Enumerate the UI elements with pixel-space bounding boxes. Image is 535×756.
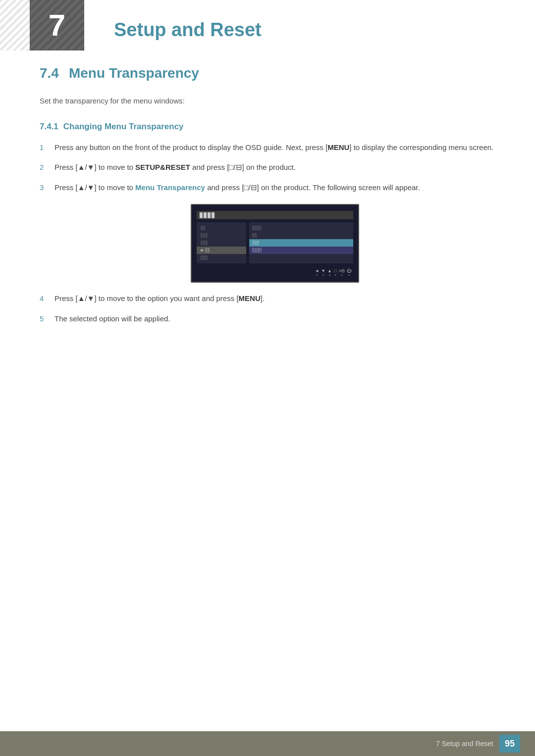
btn-label-enter: ▼ xyxy=(334,274,337,277)
chapter-number-block: 7 xyxy=(30,0,84,50)
step-text-2: Press [▲/▼] to move to SETUP&RESET and p… xyxy=(54,161,296,174)
step-item-5: 5 The selected option will be applied. xyxy=(40,313,495,325)
osd-right-item-highlight-2: ░░░░ xyxy=(249,247,353,254)
arrow-up-icon: ▲ xyxy=(327,268,332,273)
step-text-3: Press [▲/▼] to move to Menu Transparency… xyxy=(54,182,420,194)
section-title: Menu Transparency xyxy=(69,65,199,81)
step-item-1: 1 Press any button on the front of the p… xyxy=(40,142,495,154)
osd-right-item-highlight-1: ░░░ xyxy=(249,239,353,247)
subsection-title: Changing Menu Transparency xyxy=(63,122,184,131)
steps-list-continued: 4 Press [▲/▼] to move to the option you … xyxy=(40,293,495,325)
osd-right-item-2: ░░ xyxy=(249,232,353,239)
osd-btn-up: ▲ ▼ xyxy=(327,268,332,277)
chapter-title: Setup and Reset xyxy=(99,9,262,42)
step-number-1: 1 xyxy=(40,142,54,153)
page-number: 95 xyxy=(499,735,520,753)
step-number-5: 5 xyxy=(40,313,54,325)
step-text-4: Press [▲/▼] to move to the option you wa… xyxy=(54,293,265,305)
section-heading: 7.4Menu Transparency xyxy=(40,65,495,85)
main-content: 7.4Menu Transparency Set the transparenc… xyxy=(0,50,535,373)
step-number-4: 4 xyxy=(40,293,54,304)
btn-label-ab: ▼ xyxy=(340,274,343,277)
step-item-4: 4 Press [▲/▼] to move to the option you … xyxy=(40,293,495,305)
arrow-down-icon: ▼ xyxy=(321,268,325,273)
power-icon: ⏻ xyxy=(347,268,351,273)
osd-right-panel: ░░░░ ░░ ░░░ ░░░░ xyxy=(249,222,353,263)
steps-list: 1 Press any button on the front of the p… xyxy=(40,142,495,194)
osd-menu-item-1: ░░ xyxy=(197,224,246,232)
step-text-5: The selected option will be applied. xyxy=(54,313,170,325)
subsection-heading: 7.4.1Changing Menu Transparency xyxy=(40,122,495,132)
osd-menu-item-2: ░░░ xyxy=(197,232,246,239)
osd-title-bar: ████ xyxy=(197,211,353,219)
step-item-3: 3 Press [▲/▼] to move to Menu Transparen… xyxy=(40,182,495,194)
osd-menu-item-4-active: ⚙ ░░ xyxy=(197,247,246,254)
step-number-2: 2 xyxy=(40,161,54,173)
keyword-setup-reset: SETUP&RESET xyxy=(135,163,190,171)
osd-right-item-1: ░░░░ xyxy=(249,224,353,232)
btn-label-up: ▼ xyxy=(328,274,331,277)
ab-icon: AB xyxy=(339,268,345,273)
arrow-left-icon: ◄ xyxy=(315,268,319,273)
section-number: 7.4 xyxy=(40,65,59,81)
osd-left-panel: ░░ ░░░ ░░░ ⚙ ░░ ░░░ xyxy=(197,222,246,263)
osd-body: ░░ ░░░ ░░░ ⚙ ░░ ░░░ ░░░░ ░░ ░░░ ░░░░ xyxy=(197,222,353,263)
keyword-menu-transparency: Menu Transparency xyxy=(135,183,205,192)
btn-label-left: ▼ xyxy=(316,274,319,277)
step-number-3: 3 xyxy=(40,182,54,194)
osd-btn-ab: AB ▼ xyxy=(339,268,345,277)
osd-btn-power: ⏻ ▼ xyxy=(347,268,351,277)
menu-key-4: MENU xyxy=(239,294,261,302)
osd-menu-item-3: ░░░ xyxy=(197,239,246,247)
osd-btn-down: ▼ ▼ xyxy=(321,268,325,277)
osd-container: ████ ░░ ░░░ ░░░ ⚙ ░░ ░░░ ░░░░ ░░ ░░░ xyxy=(54,204,495,283)
footer-chapter-text: 7 Setup and Reset xyxy=(436,740,493,748)
btn-label-down: ▼ xyxy=(322,274,325,277)
menu-key-1: MENU xyxy=(327,143,349,151)
btn-label-power: ▼ xyxy=(348,274,351,277)
step-text-1: Press any button on the front of the pro… xyxy=(54,142,493,154)
section-description: Set the transparency for the menu window… xyxy=(40,95,495,107)
osd-bottom-bar: ◄ ▼ ▼ ▼ ▲ ▼ □ ▼ AB ▼ xyxy=(197,267,353,278)
step-item-2: 2 Press [▲/▼] to move to SETUP&RESET and… xyxy=(40,161,495,174)
osd-btn-enter: □ ▼ xyxy=(334,268,337,277)
page-header: 7 Setup and Reset xyxy=(0,0,535,50)
gear-icon: ⚙ xyxy=(201,248,203,252)
subsection-number: 7.4.1 xyxy=(40,122,58,131)
enter-icon: □ xyxy=(334,268,336,273)
diagonal-decoration xyxy=(0,0,30,50)
page-footer: 7 Setup and Reset 95 xyxy=(0,731,535,756)
chapter-number: 7 xyxy=(49,10,65,41)
osd-menu-item-5: ░░░ xyxy=(197,254,246,261)
osd-screen: ████ ░░ ░░░ ░░░ ⚙ ░░ ░░░ ░░░░ ░░ ░░░ xyxy=(191,204,359,283)
osd-btn-left: ◄ ▼ xyxy=(315,268,319,277)
